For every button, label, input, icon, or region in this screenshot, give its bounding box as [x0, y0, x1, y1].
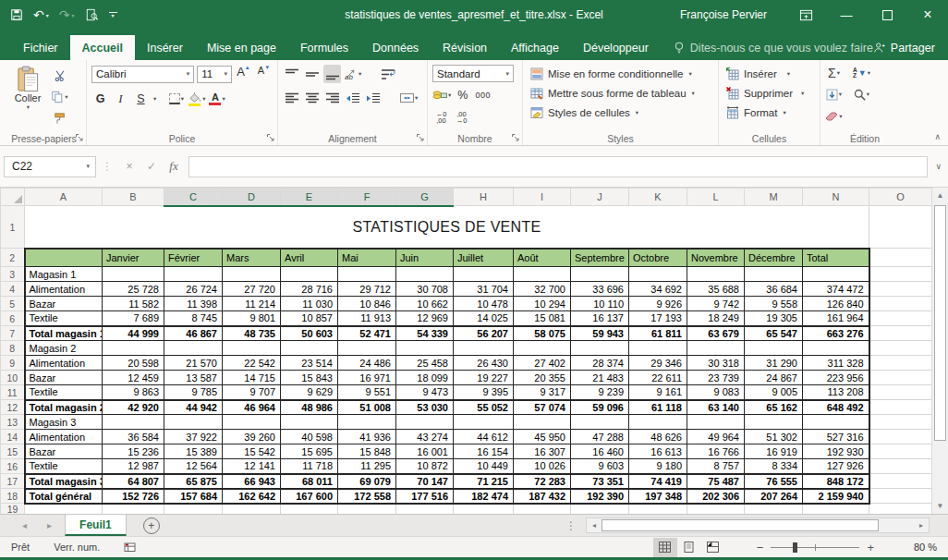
cut-icon[interactable]	[51, 67, 68, 85]
conditional-formatting-button[interactable]: Mise en forme conditionnelle▾	[528, 64, 713, 83]
normal-view-button[interactable]	[653, 538, 677, 557]
data-cell[interactable]: 65 875	[164, 474, 223, 489]
cell-O16[interactable]	[869, 459, 932, 474]
data-cell[interactable]: 47 288	[571, 430, 629, 444]
vertical-scroll-thumb[interactable]	[934, 205, 946, 441]
data-cell[interactable]	[338, 341, 396, 356]
data-cell[interactable]: 187 432	[514, 489, 571, 504]
empty-cell[interactable]	[629, 504, 687, 515]
row-label-cell[interactable]: Textile	[25, 311, 103, 326]
print-preview-icon[interactable]	[85, 8, 99, 21]
expand-formula-bar-icon[interactable]: ∨	[935, 162, 942, 171]
cell-O9[interactable]	[869, 356, 932, 371]
data-cell[interactable]: 43 274	[396, 430, 454, 444]
data-cell[interactable]: 311 328	[803, 356, 869, 371]
data-cell[interactable]: 663 276	[803, 326, 869, 341]
insert-cells-button[interactable]: Insérer▾	[723, 64, 815, 83]
data-cell[interactable]: 648 492	[803, 400, 869, 415]
cell-O19[interactable]	[869, 504, 932, 515]
data-cell[interactable]	[571, 415, 629, 430]
data-cell[interactable]: 15 389	[164, 444, 223, 459]
data-cell[interactable]: 9 603	[571, 459, 629, 474]
row-label-cell[interactable]: Textile	[25, 459, 103, 474]
sheet-title-cell[interactable]: STATISTIQUES DE VENTE	[25, 206, 869, 249]
row-header-3[interactable]: 3	[1, 267, 25, 282]
row-header-16[interactable]: 16	[1, 459, 25, 474]
data-cell[interactable]: 37 922	[164, 430, 223, 444]
data-cell[interactable]: 48 735	[223, 326, 281, 341]
data-cell[interactable]: 11 718	[281, 459, 338, 474]
data-cell[interactable]: 33 696	[571, 282, 629, 297]
data-cell[interactable]: 12 141	[223, 459, 281, 474]
row-header-10[interactable]: 10	[1, 371, 25, 385]
data-cell[interactable]	[223, 341, 281, 356]
empty-cell[interactable]	[338, 504, 396, 515]
data-cell[interactable]	[454, 267, 514, 282]
underline-button[interactable]: S	[132, 90, 150, 108]
month-header-cell[interactable]: Septembre	[571, 249, 629, 267]
column-header-H[interactable]: H	[454, 189, 514, 206]
zoom-in-button[interactable]: +	[859, 541, 881, 554]
data-cell[interactable]	[745, 267, 803, 282]
cell-O18[interactable]	[869, 489, 932, 504]
data-cell[interactable]: 12 564	[164, 459, 223, 474]
empty-cell[interactable]	[514, 504, 571, 515]
month-header-cell[interactable]: Octobre	[629, 249, 687, 267]
clear-button[interactable]: ▾	[825, 107, 843, 126]
row-label-cell[interactable]: Magasin 2	[25, 341, 103, 356]
close-button[interactable]: ×	[907, 0, 948, 30]
alignment-dialog-launcher[interactable]	[416, 133, 425, 142]
name-box[interactable]: C22▾	[4, 156, 96, 177]
data-cell[interactable]: 11 030	[281, 297, 338, 311]
shrink-font-button[interactable]: A▼	[255, 65, 273, 83]
data-cell[interactable]	[281, 267, 338, 282]
data-cell[interactable]: 152 726	[103, 489, 164, 504]
scroll-up-icon[interactable]: ▲	[932, 188, 948, 203]
data-cell[interactable]: 71 215	[454, 474, 514, 489]
font-size-combo[interactable]: 11▾	[197, 66, 232, 83]
data-cell[interactable]: 15 848	[338, 444, 396, 459]
row-label-cell[interactable]: Total magasin 3	[25, 474, 103, 489]
row-header-2[interactable]: 2	[1, 249, 25, 267]
data-cell[interactable]: 9 395	[454, 385, 514, 400]
data-cell[interactable]: 10 872	[396, 459, 454, 474]
data-cell[interactable]: 15 542	[223, 444, 281, 459]
maximize-button[interactable]	[867, 0, 907, 30]
row-label-cell[interactable]: Bazar	[25, 371, 103, 385]
data-cell[interactable]: 45 950	[514, 430, 571, 444]
data-cell[interactable]: 374 472	[803, 282, 869, 297]
data-cell[interactable]: 127 926	[803, 459, 869, 474]
data-cell[interactable]: 9 180	[629, 459, 687, 474]
find-select-button[interactable]: ▾	[853, 85, 870, 103]
data-cell[interactable]: 16 460	[571, 444, 629, 459]
data-cell[interactable]	[803, 415, 869, 430]
data-cell[interactable]: 28 374	[571, 356, 629, 371]
data-cell[interactable]: 9 005	[745, 385, 803, 400]
page-layout-view-button[interactable]	[677, 538, 701, 557]
data-cell[interactable]: 113 208	[803, 385, 869, 400]
row-header-11[interactable]: 11	[1, 385, 25, 400]
next-sheet-icon[interactable]: ▸	[47, 520, 52, 530]
data-cell[interactable]: 167 600	[281, 489, 338, 504]
italic-button[interactable]: I	[112, 90, 129, 108]
merge-center-button[interactable]: ▾	[400, 89, 418, 107]
data-cell[interactable]: 10 478	[454, 297, 514, 311]
data-cell[interactable]: 59 943	[571, 326, 629, 341]
data-cell[interactable]: 9 239	[571, 385, 629, 400]
data-cell[interactable]: 8 334	[745, 459, 803, 474]
data-cell[interactable]	[745, 415, 803, 430]
data-cell[interactable]: 70 147	[396, 474, 454, 489]
data-cell[interactable]: 63 679	[687, 326, 745, 341]
data-cell[interactable]: 35 688	[687, 282, 745, 297]
data-cell[interactable]: 223 956	[803, 371, 869, 385]
data-cell[interactable]: 12 987	[103, 459, 164, 474]
data-cell[interactable]: 30 708	[396, 282, 454, 297]
data-cell[interactable]: 848 172	[803, 474, 869, 489]
data-cell[interactable]	[103, 341, 164, 356]
data-cell[interactable]: 29 346	[629, 356, 687, 371]
data-cell[interactable]: 42 920	[103, 400, 164, 415]
data-cell[interactable]: 18 249	[687, 311, 745, 326]
data-cell[interactable]: 202 306	[687, 489, 745, 504]
comma-style-button[interactable]: 000	[474, 86, 492, 104]
data-cell[interactable]: 192 390	[571, 489, 629, 504]
